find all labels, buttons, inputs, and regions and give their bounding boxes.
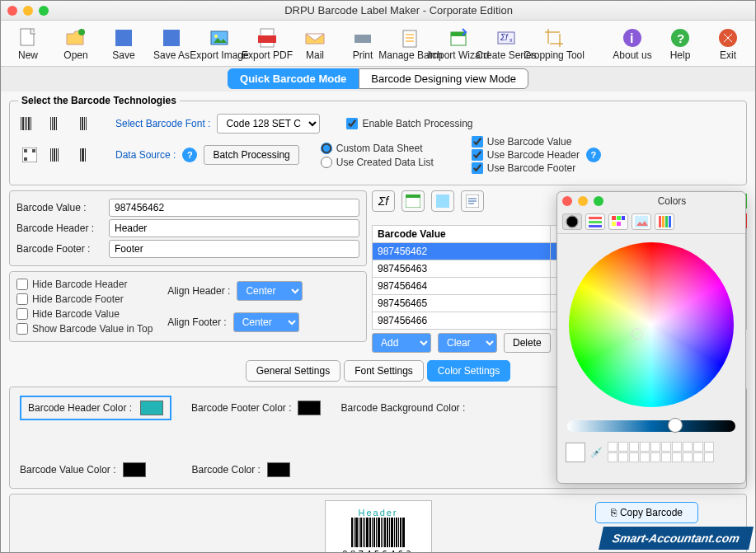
minimize-icon[interactable] [23, 6, 33, 16]
color-wheel[interactable] [569, 242, 734, 407]
enable-batch-checkbox[interactable]: Enable Batch Processing [346, 118, 472, 129]
toolbar-exit[interactable]: Exit [706, 25, 750, 63]
svg-rect-4 [163, 30, 180, 46]
titlebar: DRPU Barcode Label Maker - Corporate Edi… [1, 1, 755, 21]
color-panel-title: Colors [603, 195, 740, 207]
traffic-lights [7, 6, 49, 16]
barcode-font-select[interactable]: Code 128 SET C [217, 114, 320, 134]
text-icon[interactable] [461, 190, 484, 212]
svg-rect-14 [403, 30, 416, 47]
panel-max-icon[interactable] [594, 196, 603, 206]
radio-custom-sheet[interactable]: Custom Data Sheet [321, 143, 434, 154]
colorwheel-tab-icon[interactable] [562, 213, 582, 230]
svg-rect-36 [589, 221, 602, 223]
toolbar-open[interactable]: Open [54, 25, 98, 63]
toolbar-save[interactable]: Save [101, 25, 146, 63]
delete-button[interactable]: Delete [504, 333, 551, 353]
svg-rect-38 [612, 216, 616, 220]
barcode-header-input[interactable] [109, 219, 359, 237]
radio-created-list[interactable]: Use Created Data List [321, 157, 434, 168]
tab-design-mode[interactable]: Barcode Designing view Mode [359, 68, 528, 89]
svg-rect-42 [617, 222, 621, 226]
barcode-bars [332, 518, 425, 547]
toolbar-help[interactable]: ?Help [658, 25, 702, 63]
add-action-select[interactable]: Add [372, 333, 431, 353]
barcode-type-icons[interactable] [18, 115, 101, 132]
sliders-tab-icon[interactable] [585, 213, 605, 230]
toolbar-new[interactable]: New [6, 25, 50, 63]
note-icon[interactable] [431, 190, 454, 212]
header-color-swatch[interactable] [140, 401, 163, 415]
batch-processing-button[interactable]: Batch Processing [204, 145, 298, 165]
font-label: Select Barcode Font : [115, 118, 210, 129]
close-icon[interactable] [7, 6, 17, 16]
series-icon[interactable]: Σf [372, 190, 395, 212]
tab-font[interactable]: Font Settings [344, 360, 424, 382]
toolbar-export-pdf[interactable]: PDFExport PDF [245, 25, 289, 63]
svg-text:i: i [630, 31, 633, 45]
svg-rect-40 [622, 216, 625, 220]
chk-hide-value[interactable]: Hide Barcode Value [16, 308, 153, 320]
maximize-icon[interactable] [39, 6, 49, 16]
toolbar-about[interactable]: iAbout us [610, 25, 655, 63]
panel-min-icon[interactable] [578, 196, 588, 206]
chk-use-header[interactable]: Use Barcode Header [472, 149, 580, 161]
footer-color-swatch[interactable] [298, 401, 321, 415]
panel-close-icon[interactable] [562, 196, 572, 206]
svg-rect-31 [436, 194, 449, 208]
tab-general[interactable]: General Settings [246, 360, 340, 382]
palettes-tab-icon[interactable] [608, 213, 628, 230]
barcode-tech-group: Select the Barcode Technologies Select B… [9, 95, 747, 185]
value-label: Barcode Value : [16, 202, 102, 213]
svg-rect-44 [659, 216, 661, 227]
chk-hide-footer[interactable]: Hide Barcode Footer [16, 293, 153, 305]
align-header-select[interactable]: Center [237, 281, 303, 301]
batch-help-icon[interactable]: ? [586, 148, 601, 162]
toolbar-import-wizard[interactable]: Import Wizard [436, 25, 481, 63]
brightness-slider[interactable] [567, 420, 735, 432]
align-footer-select[interactable]: Center [233, 312, 299, 332]
chk-hide-header[interactable]: Hide Barcode Header [16, 279, 153, 290]
color-wheel-cursor[interactable] [632, 328, 643, 340]
svg-text:x: x [509, 37, 513, 43]
slider-thumb[interactable] [668, 418, 683, 433]
toolbar-saveas[interactable]: Save As [149, 25, 194, 63]
header-color-group: Barcode Header Color : [20, 396, 171, 420]
datasource-help-icon[interactable]: ? [182, 148, 197, 162]
window-title: DRPU Barcode Label Maker - Corporate Edi… [49, 4, 749, 16]
toolbar-export-image[interactable]: Export Image [197, 25, 242, 63]
barcode-preview: Header 987456462 Footer [325, 500, 432, 552]
svg-point-7 [214, 35, 218, 38]
clear-action-select[interactable]: Clear [438, 333, 497, 353]
align-footer-label: Align Footer : [167, 316, 226, 328]
barcode-footer-input[interactable] [109, 240, 359, 258]
toolbar-mail[interactable]: Mail [293, 25, 337, 63]
chk-use-footer[interactable]: Use Barcode Footer [472, 162, 580, 174]
toolbar-cropping-tool[interactable]: Cropping Tool [532, 25, 576, 63]
tab-color[interactable]: Color Settings [427, 360, 510, 382]
copy-barcode-button[interactable]: ⎘Copy Barcode [595, 502, 698, 523]
header-label: Barcode Header : [16, 223, 102, 234]
svg-rect-2 [115, 30, 132, 46]
svg-rect-35 [589, 217, 602, 219]
eyedropper-icon[interactable]: 💉 [590, 447, 603, 458]
barcode-color-swatch[interactable] [267, 462, 290, 477]
image-tab-icon[interactable] [632, 213, 651, 230]
tab-quick-mode[interactable]: Quick Barcode Mode [228, 68, 359, 89]
barcode-value-input[interactable] [109, 199, 359, 217]
recent-colors-grid[interactable] [608, 442, 714, 462]
toolbar-create-series[interactable]: ΣfxCreate Series [484, 25, 528, 63]
col-value[interactable]: Barcode Value [373, 226, 551, 243]
color-picker-panel: Colors 💉 [556, 191, 746, 484]
watermark: Smart-Accountant.com [599, 527, 754, 550]
toolbar-manage-batch[interactable]: Manage Batch [388, 25, 433, 63]
current-color-swatch[interactable] [566, 443, 585, 462]
excel-icon[interactable] [401, 190, 425, 212]
chk-use-value[interactable]: Use Barcode Value [472, 136, 580, 148]
value-color-swatch[interactable] [123, 462, 146, 477]
pencils-tab-icon[interactable] [655, 213, 674, 230]
barcode-type-icons-2[interactable] [18, 147, 101, 163]
preview-header: Header [332, 508, 425, 518]
chk-value-top[interactable]: Show Barcode Value in Top [16, 323, 153, 335]
svg-text:Σf: Σf [500, 33, 509, 42]
